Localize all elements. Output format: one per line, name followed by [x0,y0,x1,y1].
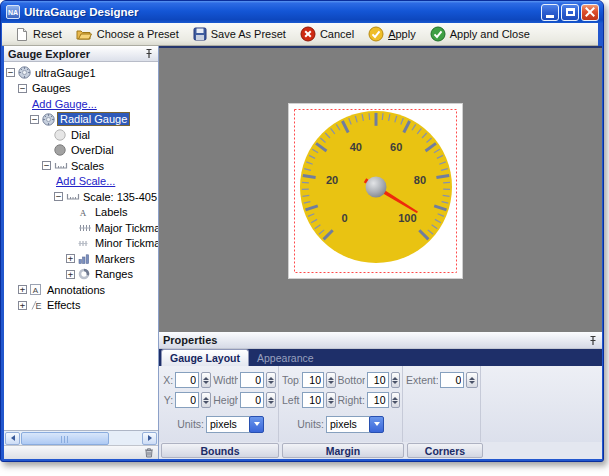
main-content: Gauge Explorer −ultraGauge1−GaugesAdd Ga… [4,46,602,459]
scrollbar-thumb[interactable] [21,432,109,445]
bounds-units-select[interactable]: pixels [206,416,264,433]
x-label: X: [162,374,173,386]
left-label: Left: [282,394,300,406]
pin-icon[interactable] [144,48,154,60]
extent-field[interactable] [440,372,464,388]
top-field[interactable] [302,372,324,388]
tree-item-labels[interactable]: ALabels [4,205,158,221]
height-field[interactable] [240,392,264,408]
tree-item-major-tickmar[interactable]: Major Tickmar [4,220,158,236]
minimize-icon [546,15,554,18]
extent-stepper[interactable] [466,372,478,388]
explorer-horizontal-scrollbar[interactable] [4,430,158,445]
cancel-button[interactable]: Cancel [294,24,360,45]
expand-icon[interactable]: + [66,254,75,263]
collapse-icon[interactable]: − [30,115,39,124]
maximize-button[interactable] [561,4,579,21]
right-stepper[interactable] [391,392,401,408]
height-stepper[interactable] [266,392,276,408]
expand-icon[interactable]: + [18,285,27,294]
tree-item-label: Annotations [45,284,107,296]
maximize-icon [566,8,575,16]
overdial-icon [54,144,69,156]
tree-item-scale-135-405-de[interactable]: −Scale: 135-405 de [4,189,158,205]
tree-item-scales[interactable]: −Scales [4,158,158,174]
tree-item-overdial[interactable]: OverDial [4,143,158,159]
minor-tickmarks-icon [78,240,93,247]
expand-icon[interactable]: + [66,270,75,279]
right-arrow-icon [148,435,152,441]
collapse-icon[interactable]: − [6,68,15,77]
app-icon: NA [6,5,20,19]
height-label: Height: [213,394,238,406]
margin-units-label: Units: [282,418,324,430]
bounds-units-label: Units: [162,418,204,430]
scale-icon [54,162,69,170]
markers-icon [78,254,93,264]
bottom-stepper[interactable] [391,372,401,388]
properties-header: Properties [159,332,602,349]
group-captions: Bounds Margin Corners [159,442,602,459]
tree-item-annotations[interactable]: +AAnnotations [4,282,158,298]
scroll-left-arrow[interactable] [5,432,20,445]
title-bar[interactable]: NA UltraGauge Designer [1,1,603,23]
right-label: Right: [338,394,365,406]
design-surface[interactable]: 020406080100 [159,48,602,332]
x-field[interactable] [175,372,199,388]
width-stepper[interactable] [266,372,276,388]
bottom-field[interactable] [367,372,389,388]
apply-and-close-button[interactable]: Apply and Close [424,24,536,45]
tab-gauge-layout[interactable]: Gauge Layout [161,349,249,366]
top-label: Top: [282,374,300,386]
tree-item-ranges[interactable]: +Ranges [4,267,158,283]
choose-preset-button[interactable]: Choose a Preset [70,24,185,45]
left-stepper[interactable] [326,392,336,408]
tree-item-add-gauge[interactable]: Add Gauge... [4,96,158,112]
tree-item-label: Effects [45,299,82,311]
minimize-button[interactable] [541,4,559,21]
delete-trash-button[interactable] [144,444,154,462]
tab-appearance[interactable]: Appearance [249,350,322,366]
gauge-hub [366,177,387,198]
reset-button[interactable]: Reset [9,24,68,45]
pin-icon[interactable] [588,334,598,346]
close-button[interactable] [581,4,599,21]
width-field[interactable] [240,372,264,388]
margin-units-select[interactable]: pixels [326,416,384,433]
y-stepper[interactable] [201,392,211,408]
tree-item-effects[interactable]: +EEffects [4,298,158,314]
margin-group: Top: Bottom: Left: Right: [279,366,403,442]
svg-text:60: 60 [390,141,402,153]
tree-item-radial-gauge[interactable]: −Radial Gauge [4,112,158,128]
right-field[interactable] [367,392,389,408]
chevron-down-icon[interactable] [249,416,264,433]
collapse-icon[interactable]: − [42,161,51,170]
svg-text:A: A [33,286,39,295]
collapse-icon[interactable]: − [54,192,63,201]
tree-item-label[interactable]: Add Scale... [54,175,117,187]
gauge-explorer-title: Gauge Explorer [8,48,144,60]
tree-item-gauges[interactable]: −Gauges [4,81,158,97]
new-page-icon [15,27,29,42]
collapse-icon[interactable]: − [18,84,27,93]
tree-item-ultragauge1[interactable]: −ultraGauge1 [4,65,158,81]
tree-item-markers[interactable]: +Markers [4,251,158,267]
tree-item-label: Scale: 135-405 de [81,191,158,203]
svg-text:A: A [80,208,87,218]
tree-item-add-scale[interactable]: Add Scale... [4,174,158,190]
gauge-canvas[interactable]: 020406080100 [288,103,463,279]
expand-icon[interactable]: + [18,301,27,310]
chevron-down-icon[interactable] [369,416,384,433]
tree-item-minor-tickmar[interactable]: Minor Tickmar [4,236,158,252]
radial-gauge-svg: 020406080100 [288,103,463,279]
save-as-preset-button[interactable]: Save As Preset [187,24,292,45]
properties-title: Properties [163,334,588,346]
apply-button[interactable]: Apply [362,24,422,45]
y-field[interactable] [175,392,199,408]
left-field[interactable] [302,392,324,408]
tree-item-label[interactable]: Add Gauge... [30,98,99,110]
tree-item-dial[interactable]: Dial [4,127,158,143]
x-stepper[interactable] [201,372,211,388]
tree-item-label: Dial [69,129,92,141]
top-stepper[interactable] [326,372,336,388]
